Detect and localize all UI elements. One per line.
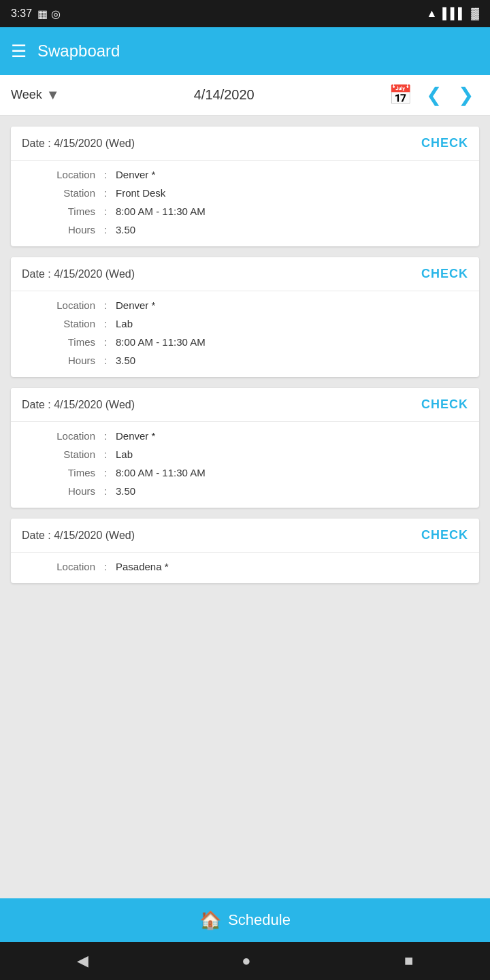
card-date: Date : 4/15/2020 (Wed) (22, 137, 135, 150)
shift-card: Date : 4/15/2020 (Wed)CHECKLocation : De… (11, 388, 479, 508)
card-body: Location : Denver *Station : Front DeskT… (11, 161, 479, 246)
hours-value: 3.50 (116, 355, 135, 366)
next-button[interactable]: ❯ (453, 81, 479, 109)
times-label: Times (27, 336, 95, 348)
check-button[interactable]: CHECK (421, 397, 468, 412)
station-value: Lab (116, 448, 133, 460)
location-value: Denver * (116, 430, 155, 442)
card-row-location: Location : Denver * (27, 430, 463, 442)
recents-button[interactable]: ■ (404, 952, 413, 970)
card-row-location: Location : Pasadena * (27, 561, 463, 572)
signal-icon: ▌▌▌ (442, 7, 466, 20)
notification-icons: ▦ ◎ (37, 7, 60, 20)
card-row-location: Location : Denver * (27, 169, 463, 180)
schedule-button[interactable]: 🏠 Schedule (199, 910, 291, 931)
calendar-icon[interactable]: 📅 (389, 84, 412, 106)
card-row-times: Times : 8:00 AM - 11:30 AM (27, 467, 463, 478)
app-bar: ☰ Swapboard (0, 27, 490, 75)
times-label: Times (27, 467, 95, 478)
station-label: Station (27, 448, 95, 460)
card-date: Date : 4/15/2020 (Wed) (22, 268, 135, 280)
status-bar: 3:37 ▦ ◎ ▲ ▌▌▌ ▓ (0, 0, 490, 27)
card-header: Date : 4/15/2020 (Wed)CHECK (11, 257, 479, 291)
hours-separator: : (95, 485, 116, 497)
menu-icon[interactable]: ☰ (11, 42, 27, 60)
times-value: 8:00 AM - 11:30 AM (116, 467, 206, 478)
hours-label: Hours (27, 355, 95, 366)
check-button[interactable]: CHECK (421, 528, 468, 542)
main-content: Date : 4/15/2020 (Wed)CHECKLocation : De… (0, 116, 490, 898)
card-row-hours: Hours : 3.50 (27, 355, 463, 366)
card-body: Location : Denver *Station : LabTimes : … (11, 422, 479, 508)
hours-value: 3.50 (116, 485, 135, 497)
times-separator: : (95, 336, 116, 348)
week-selector[interactable]: Week ▼ (11, 87, 59, 103)
card-row-times: Times : 8:00 AM - 11:30 AM (27, 206, 463, 217)
shift-card: Date : 4/15/2020 (Wed)CHECKLocation : De… (11, 257, 479, 377)
card-header: Date : 4/15/2020 (Wed)CHECK (11, 519, 479, 553)
current-date: 4/14/2020 (67, 87, 380, 103)
status-bar-left: 3:37 ▦ ◎ (11, 7, 61, 20)
card-row-station: Station : Lab (27, 448, 463, 460)
card-row-station: Station : Lab (27, 318, 463, 329)
card-date: Date : 4/15/2020 (Wed) (22, 399, 135, 411)
bottom-bar: 🏠 Schedule (0, 898, 490, 942)
location-separator: : (95, 561, 116, 572)
card-header: Date : 4/15/2020 (Wed)CHECK (11, 127, 479, 161)
check-button[interactable]: CHECK (421, 267, 468, 281)
location-value: Pasadena * (116, 561, 169, 572)
status-time: 3:37 (11, 7, 32, 20)
location-label: Location (27, 299, 95, 311)
hours-separator: : (95, 224, 116, 235)
card-header: Date : 4/15/2020 (Wed)CHECK (11, 388, 479, 422)
times-value: 8:00 AM - 11:30 AM (116, 206, 206, 217)
week-dropdown-icon: ▼ (46, 87, 60, 103)
app-title: Swapboard (37, 42, 479, 61)
location-value: Denver * (116, 299, 155, 311)
station-label: Station (27, 318, 95, 329)
home-button[interactable]: ● (242, 952, 250, 970)
prev-button[interactable]: ❮ (421, 81, 447, 109)
battery-icon: ▓ (471, 7, 479, 20)
hours-value: 3.50 (116, 224, 135, 235)
location-label: Location (27, 430, 95, 442)
card-row-station: Station : Front Desk (27, 187, 463, 199)
station-value: Lab (116, 318, 133, 329)
card-row-hours: Hours : 3.50 (27, 485, 463, 497)
status-bar-right: ▲ ▌▌▌ ▓ (426, 7, 479, 20)
wifi-icon: ▲ (426, 7, 437, 20)
card-body: Location : Denver *Station : LabTimes : … (11, 291, 479, 377)
location-separator: : (95, 169, 116, 180)
schedule-icon: 🏠 (199, 910, 221, 931)
location-separator: : (95, 299, 116, 311)
station-separator: : (95, 187, 116, 199)
times-value: 8:00 AM - 11:30 AM (116, 336, 206, 348)
card-date: Date : 4/15/2020 (Wed) (22, 529, 135, 542)
station-separator: : (95, 448, 116, 460)
times-separator: : (95, 206, 116, 217)
location-label: Location (27, 561, 95, 572)
shift-card: Date : 4/15/2020 (Wed)CHECKLocation : Pa… (11, 519, 479, 583)
location-label: Location (27, 169, 95, 180)
card-row-location: Location : Denver * (27, 299, 463, 311)
times-label: Times (27, 206, 95, 217)
station-label: Station (27, 187, 95, 199)
week-label: Week (11, 88, 42, 102)
hours-separator: : (95, 355, 116, 366)
shift-card: Date : 4/15/2020 (Wed)CHECKLocation : De… (11, 127, 479, 246)
android-nav: ◀ ● ■ (0, 942, 490, 980)
check-button[interactable]: CHECK (421, 136, 468, 150)
station-separator: : (95, 318, 116, 329)
nav-buttons: ❮ ❯ (421, 81, 479, 109)
hours-label: Hours (27, 224, 95, 235)
location-value: Denver * (116, 169, 155, 180)
card-row-hours: Hours : 3.50 (27, 224, 463, 235)
card-row-times: Times : 8:00 AM - 11:30 AM (27, 336, 463, 348)
times-separator: : (95, 467, 116, 478)
back-button[interactable]: ◀ (77, 952, 88, 970)
hours-label: Hours (27, 485, 95, 497)
station-value: Front Desk (116, 187, 165, 199)
location-separator: : (95, 430, 116, 442)
week-bar: Week ▼ 4/14/2020 📅 ❮ ❯ (0, 75, 490, 116)
card-body: Location : Pasadena * (11, 553, 479, 583)
